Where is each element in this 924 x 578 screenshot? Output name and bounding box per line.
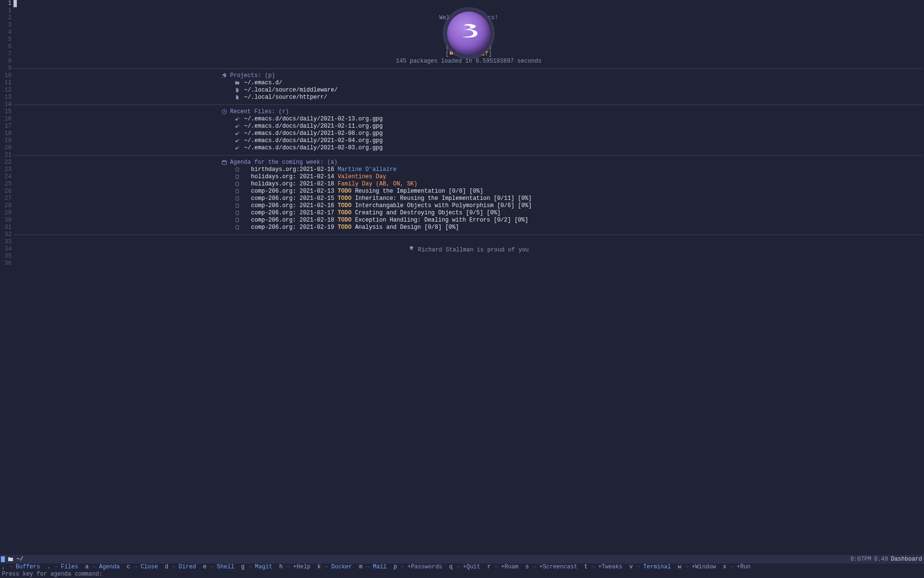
which-key-binding[interactable]: k → Docker: [317, 564, 352, 570]
which-key-binding[interactable]: x → +Run: [723, 564, 751, 570]
line-number: 19: [0, 137, 12, 144]
which-key-binding[interactable]: m → Mail: [359, 564, 387, 570]
line-number: 32: [0, 231, 12, 238]
line-number: 3: [0, 22, 12, 29]
recent-file-item[interactable]: ~/.emacs.d/docs/daily/2021-02-03.org.gpg: [13, 144, 924, 152]
agenda-item[interactable]: comp-206.org: 2021-02-18 TODO Exception …: [13, 217, 924, 224]
modeline: ~/ 8:07PM 0.49 Dashboard: [0, 555, 924, 564]
key-icon: [234, 130, 241, 137]
footer-quote: Richard Stallman is proud of you: [13, 246, 924, 254]
line-number: 30: [0, 217, 12, 224]
which-key-binding[interactable]: r → +Roam: [487, 564, 518, 570]
agenda-item[interactable]: comp-206.org: 2021-02-17 TODO Creating a…: [13, 210, 924, 217]
line-number: 29: [0, 210, 12, 217]
line-number: 35: [0, 253, 12, 260]
modeline-major-mode: Dashboard: [891, 556, 922, 563]
which-key-binding[interactable]: e → Shell: [203, 564, 234, 570]
line-number: 2: [0, 14, 12, 22]
page-icon: [234, 210, 241, 217]
which-key-binding[interactable]: a → Agenda: [85, 564, 120, 570]
agenda-item[interactable]: comp-206.org: 2021-02-16 TODO Interchang…: [13, 202, 924, 210]
line-number: 21: [0, 152, 12, 159]
line-number: 8: [0, 58, 12, 65]
line-number: 1: [0, 0, 12, 7]
page-icon: [234, 195, 241, 202]
line-number: 15: [0, 108, 12, 116]
which-key-binding[interactable]: p → +Passwords: [394, 564, 442, 570]
which-key-binding[interactable]: s → +Screencast: [526, 564, 578, 570]
page-icon: [234, 202, 241, 210]
which-key-binding[interactable]: . → Files: [47, 564, 78, 570]
svg-rect-13: [236, 211, 239, 215]
svg-rect-14: [236, 218, 239, 222]
modeline-time: 8:07PM: [850, 556, 871, 563]
which-key-binding[interactable]: t → +Tweaks: [584, 564, 622, 570]
svg-rect-7: [236, 168, 239, 171]
which-key-popup[interactable]: , → Buffers . → Files a → Agenda c → Clo…: [0, 564, 924, 571]
svg-rect-6: [222, 160, 227, 164]
agenda-item[interactable]: birthdays.org:2021-02-16 Martine D'allai…: [13, 166, 924, 173]
folder-icon: [8, 556, 13, 562]
line-number: 10: [0, 72, 12, 79]
rocket-icon: [221, 72, 230, 79]
page-icon: [234, 217, 241, 224]
page-icon: [234, 181, 241, 188]
svg-rect-10: [236, 189, 239, 193]
project-item[interactable]: ~/.emacs.d/: [13, 79, 924, 87]
recent-file-item[interactable]: ~/.emacs.d/docs/daily/2021-02-04.org.gpg: [13, 137, 924, 144]
agenda-item[interactable]: holidays.org: 2021-02-14 Valentines Day: [13, 173, 924, 181]
minibuffer[interactable]: Press key for agenda command:: [0, 571, 924, 578]
svg-rect-12: [236, 204, 239, 208]
line-number: 25: [0, 181, 12, 188]
which-key-binding[interactable]: g → Magit: [241, 564, 272, 570]
line-number: 12: [0, 87, 12, 94]
svg-rect-8: [236, 175, 239, 179]
line-number: 18: [0, 130, 12, 137]
which-key-binding[interactable]: q → +Quit: [449, 564, 480, 570]
page-icon: [234, 166, 241, 173]
calendar-icon: [221, 159, 230, 166]
which-key-binding[interactable]: h → +Help: [279, 564, 310, 570]
which-key-binding[interactable]: v → Terminal: [629, 564, 671, 570]
evil-state-indicator: [1, 556, 5, 562]
recent-file-item[interactable]: ~/.emacs.d/docs/daily/2021-02-11.org.gpg: [13, 123, 924, 130]
page-icon: [234, 173, 241, 181]
line-number: 28: [0, 202, 12, 210]
modeline-cwd: ~/: [16, 556, 23, 563]
line-number: 34: [0, 246, 12, 253]
project-item[interactable]: ~/.local/source/middleware/: [13, 87, 924, 94]
line-number: 4: [0, 29, 12, 36]
svg-rect-11: [236, 197, 239, 200]
agenda-item[interactable]: comp-206.org: 2021-02-15 TODO Inheritanc…: [13, 195, 924, 202]
svg-rect-15: [236, 225, 239, 229]
agenda-item[interactable]: comp-206.org: 2021-02-19 TODO Analysis a…: [13, 224, 924, 231]
line-number: 27: [0, 195, 12, 202]
key-icon: [234, 144, 241, 152]
emacs-logo: [444, 8, 494, 58]
line-number: 1: [0, 7, 12, 14]
folder-icon: [234, 79, 241, 87]
line-number: 36: [0, 260, 12, 267]
line-number: 17: [0, 123, 12, 130]
modeline-load: 0.49: [874, 556, 888, 563]
page-icon: [234, 224, 241, 231]
which-key-binding[interactable]: w → +Window: [678, 564, 716, 570]
line-number: 33: [0, 238, 12, 246]
svg-rect-9: [236, 182, 239, 186]
which-key-binding[interactable]: d → Dired: [165, 564, 196, 570]
dashboard-buffer: Welcome to Emacs![ Brain][ Homepage][ At…: [13, 0, 924, 555]
line-number: 16: [0, 116, 12, 123]
agenda-item[interactable]: holidays.org: 2021-02-18 Family Day (AB,…: [13, 181, 924, 188]
cursor: [13, 0, 17, 7]
which-key-binding[interactable]: c → Close: [127, 564, 158, 570]
section-title-projects: Projects: (p): [230, 72, 275, 79]
key-icon: [234, 123, 241, 130]
recent-file-item[interactable]: ~/.emacs.d/docs/daily/2021-02-13.org.gpg: [13, 116, 924, 123]
which-key-binding[interactable]: , → Buffers: [2, 564, 40, 570]
recent-file-item[interactable]: ~/.emacs.d/docs/daily/2021-02-08.org.gpg: [13, 130, 924, 137]
agenda-item[interactable]: comp-206.org: 2021-02-13 TODO Reusing th…: [13, 188, 924, 195]
project-item[interactable]: ~/.local/source/httperr/: [13, 94, 924, 101]
line-number: 23: [0, 166, 12, 173]
separator: [13, 105, 923, 105]
key-icon: [234, 137, 241, 144]
